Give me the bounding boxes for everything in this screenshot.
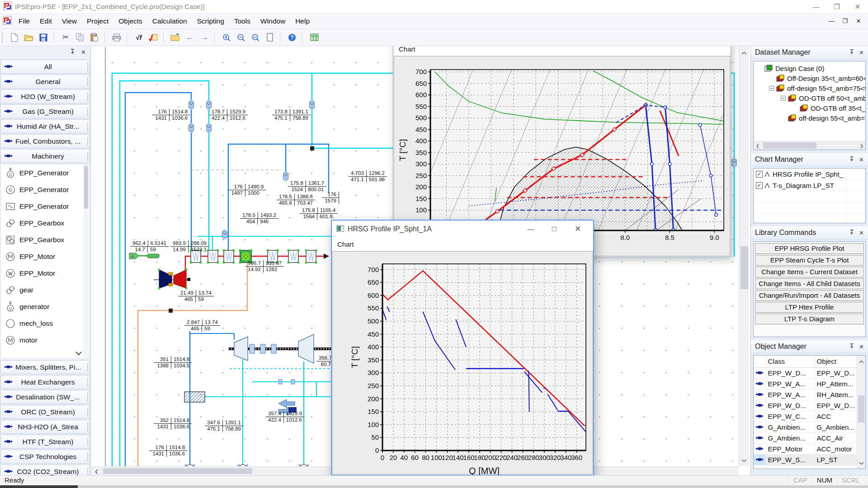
child-close-icon[interactable]: ✕ xyxy=(852,14,865,29)
category-desalination-sw-[interactable]: Desalination (SW_... xyxy=(0,390,90,404)
menu-help[interactable]: Help xyxy=(290,14,315,29)
hrsg-window-titlebar[interactable]: HRSG Profile IP_Spht_1A — □ ✕ xyxy=(332,221,593,238)
zoom-out-icon[interactable] xyxy=(234,31,248,44)
category-mixers-splitters-pi-[interactable]: Mixers, Splitters, Pi... xyxy=(0,360,90,374)
palette-item-generator[interactable]: Ggenerator xyxy=(1,298,90,315)
stream-value-label[interactable]: 173.81391.1475.1758.89 xyxy=(272,109,311,121)
close-icon[interactable]: ✕ xyxy=(859,156,864,163)
palette-item-epp_generator[interactable]: GEPP_Generator xyxy=(1,181,90,198)
category-fuel-combustors-[interactable]: Fuel, Combustors, ... xyxy=(0,134,90,148)
menu-objects[interactable]: Objects xyxy=(113,14,147,29)
open-icon[interactable] xyxy=(22,31,36,44)
dataset-item[interactable]: off-design 55<t_amb=75 xyxy=(755,113,865,123)
dataset-item[interactable]: off-design 55<t_amb=75<95 xyxy=(755,83,865,93)
calc-red-icon[interactable] xyxy=(146,31,160,44)
maximize-icon[interactable]: □ xyxy=(542,221,566,238)
command-button-ltp-t-s-diagram[interactable]: LTP T-s Diagram xyxy=(755,314,864,324)
minimize-icon[interactable]: — xyxy=(519,221,542,238)
chart-list-item[interactable]: ✓HRSG Profile IP_Spht_ xyxy=(754,169,865,180)
zoom-sel-icon[interactable] xyxy=(248,31,263,44)
command-button-change-items-current-dataset[interactable]: Change Items - Current Dataset xyxy=(755,267,864,277)
category-all[interactable]: All xyxy=(0,60,90,74)
hrsg-profile-window[interactable]: HRSG Profile IP_Spht_1A — □ ✕ Chart 0501… xyxy=(331,220,594,475)
menu-project[interactable]: Project xyxy=(82,14,113,29)
scroll-down-icon[interactable] xyxy=(741,457,747,464)
pin-icon[interactable] xyxy=(849,230,854,236)
column-header-object[interactable]: Object xyxy=(815,356,859,367)
category-htf-t-stream-[interactable]: HTF (T_Stream) xyxy=(0,435,90,449)
object-row[interactable]: EPP_W_A...RH_Attem... xyxy=(754,389,859,400)
palette-scrollbar[interactable] xyxy=(83,164,89,358)
close-icon[interactable]: ✕ xyxy=(859,230,864,236)
close-icon[interactable]: ✕ xyxy=(81,49,86,56)
menu-tools[interactable]: Tools xyxy=(229,14,255,29)
close-icon[interactable]: ✕ xyxy=(847,0,868,14)
category-general[interactable]: General xyxy=(0,75,90,89)
dataset-manager-header[interactable]: Dataset Manager ✕ xyxy=(751,46,868,59)
category-h2o-w-stream-[interactable]: H2O (W_Stream) xyxy=(0,89,90,103)
dataset-item[interactable]: Off-Design 35<t_amb=60<75 xyxy=(755,73,865,83)
chart-manager-header[interactable]: Chart Manager ✕ xyxy=(751,153,868,166)
menu-view[interactable]: View xyxy=(57,14,82,29)
page-icon[interactable] xyxy=(263,31,277,44)
close-icon[interactable]: ✕ xyxy=(566,221,590,238)
print-icon[interactable] xyxy=(109,31,124,44)
category-gas-g-stream-[interactable]: Gas (G_Stream) xyxy=(0,104,90,118)
object-vertical-scrollbar[interactable] xyxy=(857,356,865,469)
category-csp-technologies[interactable]: CSP Technologies xyxy=(0,450,90,464)
stream-value-label[interactable]: 3521514.814311036.6 xyxy=(154,418,192,430)
object-row[interactable]: EPP_MotorACC_motor xyxy=(754,443,859,454)
cut-icon[interactable]: ✂ xyxy=(58,31,73,44)
chart-list[interactable]: ✓HRSG Profile IP_Spht_✓T-s_Diagram LP_ST xyxy=(753,168,866,223)
scrollbar-thumb[interactable] xyxy=(763,142,816,149)
save-icon[interactable] xyxy=(36,31,51,44)
object-row[interactable]: G_Ambien...ACC_Air xyxy=(754,432,859,443)
object-row[interactable]: EPP_W_C...ACC xyxy=(754,411,859,422)
stream-value-label[interactable]: 3511514.813881034.5 xyxy=(154,357,192,369)
back-icon[interactable]: ← xyxy=(183,31,197,44)
palette-item-epp_gearbox[interactable]: EPP_Gearbox xyxy=(1,215,90,231)
checkbox-checked-icon[interactable]: ✓ xyxy=(756,182,763,189)
object-row[interactable]: EPP_W_D...EPP_W_D... xyxy=(754,400,859,411)
import-icon[interactable] xyxy=(168,31,183,44)
stream-value-label[interactable]: 357.41529.9422.41012.6 xyxy=(266,411,304,423)
child-minimize-icon[interactable]: — xyxy=(825,14,838,29)
object-row[interactable]: EPP_W_A...HP_Attem... xyxy=(754,378,859,389)
object-row[interactable]: EPP_W_E...LP_Econ_B... xyxy=(754,465,859,469)
scrollbar-thumb[interactable] xyxy=(103,468,252,474)
palette-item-mech_loss[interactable]: mech_loss xyxy=(1,315,90,332)
stream-value-label[interactable]: 178.51493.2454946 xyxy=(240,212,278,225)
object-manager-header[interactable]: Object Manager ✕ xyxy=(751,340,868,353)
dataset-tree[interactable]: Design Case (0)Off-Design 35<t_amb=60<75… xyxy=(753,61,866,150)
stream-value-label[interactable]: 175.81361.71524800.01 xyxy=(288,180,326,192)
scroll-down-icon[interactable] xyxy=(75,349,82,357)
object-row[interactable]: EPP_W_S...LP_ST xyxy=(754,454,859,465)
menu-scripting[interactable]: Scripting xyxy=(192,14,229,29)
pin-icon[interactable] xyxy=(849,343,854,350)
sqrt-f-icon[interactable]: √f xyxy=(132,31,146,44)
stream-value-label[interactable]: 1761514.814311036.6 xyxy=(149,445,187,457)
stream-value-label[interactable]: 4.7031296.2471.1591.98 xyxy=(349,170,387,183)
stream-value-label[interactable]: 962.46.514114.759 xyxy=(130,240,169,253)
scrollbar-thumb[interactable] xyxy=(858,395,864,422)
stream-value-label[interactable]: 986.7335.6714.921282 xyxy=(245,260,284,272)
object-table[interactable]: ClassObjectEPP_W_D...EPP_W_D...EPP_W_A..… xyxy=(753,355,866,469)
pin-icon[interactable] xyxy=(849,156,854,163)
palette-item-gear[interactable]: gear xyxy=(1,282,90,298)
palette-item-epp_motor[interactable]: EPP_Motor xyxy=(1,248,90,265)
minimize-icon[interactable]: — xyxy=(806,0,826,14)
palette-item-epp_generator[interactable]: GEPP_Generator xyxy=(1,164,90,181)
stream-value-label[interactable]: 2.84713.7446559 xyxy=(184,319,220,332)
close-icon[interactable]: ✕ xyxy=(859,343,864,350)
menu-calculation[interactable]: Calculation xyxy=(147,14,192,29)
stream-value-label[interactable]: 178.71529.9422.41012.6 xyxy=(209,109,248,121)
command-button-ltp-htex-profile[interactable]: LTP Htex Profile xyxy=(755,302,864,313)
chart-list-item[interactable]: ✓T-s_Diagram LP_ST xyxy=(754,180,865,191)
category-orc-o-stream-[interactable]: ORC (O_Stream) xyxy=(0,405,90,419)
hrsg-chart-menu[interactable]: Chart xyxy=(332,238,593,251)
scroll-left-icon[interactable] xyxy=(95,469,99,476)
palette-item-motor[interactable]: motor xyxy=(1,332,90,348)
palette-item-epp_generator[interactable]: EPP_Generator xyxy=(1,198,90,215)
copy-icon[interactable] xyxy=(73,31,87,44)
dataset-item[interactable]: OD-GTB off 35<t_amb xyxy=(755,103,865,113)
